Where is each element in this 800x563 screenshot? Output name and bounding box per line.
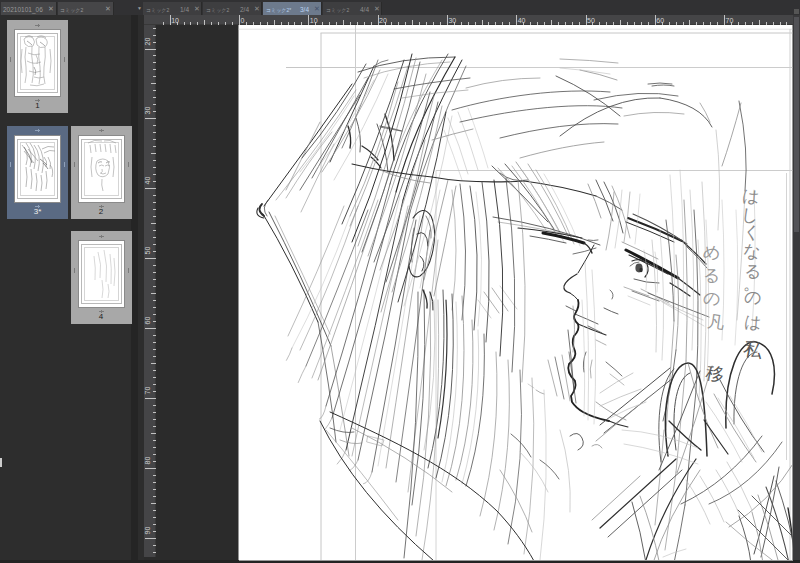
svg-text:移: 移	[703, 362, 725, 385]
svg-text:な: な	[742, 241, 761, 262]
svg-text:め: め	[702, 242, 722, 263]
svg-text:は: は	[743, 312, 762, 333]
svg-text:の: の	[702, 288, 722, 309]
svg-text:の: の	[743, 287, 762, 308]
svg-text:凡: 凡	[706, 312, 725, 333]
svg-text:く: く	[742, 222, 761, 243]
svg-text:る: る	[702, 265, 722, 286]
svg-text:は: は	[741, 186, 760, 207]
